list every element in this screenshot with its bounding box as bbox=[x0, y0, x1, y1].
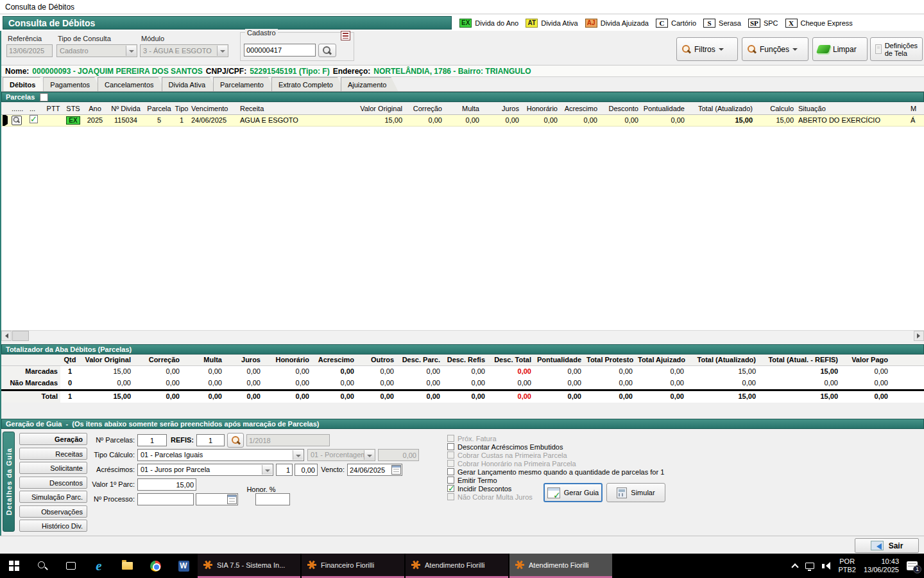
taskbar-app[interactable]: Financeiro Fiorilli bbox=[302, 554, 404, 578]
chevron-down-icon bbox=[126, 46, 136, 56]
totalizador-value: 0,00 bbox=[488, 391, 534, 403]
query-bar: Referência Tipo de Consulta Cadastro Mód… bbox=[1, 31, 924, 66]
parcelas-col-header[interactable]: Vencimento bbox=[190, 103, 239, 115]
guia-sidebar-observações[interactable]: Observações bbox=[19, 505, 87, 518]
cadastro-search-button[interactable] bbox=[318, 44, 336, 57]
parcelas-col-header[interactable]: Acrescimo bbox=[561, 103, 601, 115]
option-checkbox[interactable] bbox=[447, 485, 454, 492]
guia-sidebar-histórico-div-[interactable]: Histórico Div. bbox=[19, 520, 87, 532]
taskbar-search-button[interactable] bbox=[28, 554, 56, 578]
chrome-button[interactable] bbox=[141, 554, 169, 578]
row-select-checkbox[interactable] bbox=[30, 115, 38, 123]
filtros-button[interactable]: Filtros bbox=[676, 37, 738, 61]
refis-input[interactable] bbox=[196, 434, 225, 446]
tab-débitos[interactable]: Débitos bbox=[3, 77, 47, 91]
funcoes-button[interactable]: Funções bbox=[742, 37, 809, 61]
parcelas-select-all-checkbox[interactable] bbox=[40, 93, 48, 101]
calendar-icon[interactable] bbox=[227, 495, 237, 504]
detalhes-da-guia-tab[interactable]: Detalhes da Guia bbox=[3, 432, 15, 532]
parcelas-col-header[interactable]: ...... bbox=[10, 103, 28, 115]
guia-sidebar-geração[interactable]: Geração bbox=[19, 433, 87, 445]
parcelas-col-header[interactable]: Ano bbox=[83, 103, 107, 115]
legend-badge-x: X bbox=[785, 19, 798, 28]
scrollbar-thumb[interactable] bbox=[12, 331, 29, 341]
parcelas-col-header[interactable]: Tipo bbox=[173, 103, 190, 115]
parcelas-col-header[interactable]: Receita bbox=[239, 103, 335, 115]
parcelas-col-header[interactable]: ... bbox=[28, 103, 44, 115]
parcelas-col-header[interactable]: Nº Divida bbox=[107, 103, 145, 115]
option-checkbox[interactable] bbox=[447, 468, 454, 475]
simular-button[interactable]: Simular bbox=[606, 483, 665, 502]
num-parcelas-input[interactable] bbox=[137, 434, 167, 446]
sair-button[interactable]: Sair bbox=[855, 538, 919, 553]
parcelas-col-header[interactable]: Calculo bbox=[756, 103, 797, 115]
parcelas-col-header[interactable]: Honorário bbox=[522, 103, 561, 115]
tab-cancelamentos[interactable]: Cancelamentos bbox=[98, 77, 165, 91]
totalizador-value: 0,00 bbox=[133, 366, 182, 378]
cadastro-input[interactable] bbox=[244, 44, 316, 57]
tab-divida-ativa[interactable]: Divida Ativa bbox=[162, 77, 217, 91]
parcelas-col-header[interactable]: Parcela bbox=[145, 103, 173, 115]
parcelas-col-header[interactable] bbox=[1, 103, 10, 115]
tab-extrato-completo[interactable]: Extrato Completo bbox=[271, 77, 345, 91]
parcelas-col-header[interactable]: Juros bbox=[483, 103, 522, 115]
guia-sidebar-receitas[interactable]: Receitas bbox=[19, 448, 87, 460]
parcelas-col-header[interactable]: STS bbox=[63, 103, 83, 115]
parcelas-col-header[interactable]: Valor Original bbox=[335, 103, 406, 115]
valor-parc-input[interactable] bbox=[137, 478, 196, 491]
taskbar-app[interactable]: Atendimento Fiorilli bbox=[509, 554, 612, 578]
parcelas-col-header[interactable]: Total (Atualizado) bbox=[688, 103, 756, 115]
word-button[interactable]: W bbox=[169, 554, 198, 578]
parcelas-cell-juros: 0,00 bbox=[483, 115, 522, 127]
task-view-button[interactable] bbox=[56, 554, 85, 578]
tray-chevron-icon[interactable] bbox=[792, 563, 799, 570]
tipo-calculo-select[interactable]: 01 - Parcelas Iguais bbox=[137, 449, 304, 461]
guia-sidebar-descontos[interactable]: Descontos bbox=[19, 477, 87, 489]
totalizador-value: 15,00 bbox=[80, 366, 133, 378]
parcelas-col-header[interactable]: Desconto bbox=[601, 103, 642, 115]
honor-input[interactable] bbox=[255, 493, 290, 505]
refis-search-button[interactable] bbox=[227, 433, 244, 448]
notification-center-icon[interactable]: 1 bbox=[907, 561, 918, 570]
parcelas-col-header[interactable]: Multa bbox=[445, 103, 483, 115]
limpar-button[interactable]: Limpar bbox=[812, 37, 868, 61]
totalizador-col-header: Total (Atual. - REFIS) bbox=[758, 355, 841, 365]
gerar-guia-button[interactable]: Gerar Guia bbox=[543, 483, 603, 502]
legend-badge-c: C bbox=[656, 19, 668, 28]
speaker-icon[interactable] bbox=[822, 562, 830, 570]
scroll-left-button[interactable] bbox=[1, 331, 12, 341]
option-checkbox[interactable] bbox=[447, 477, 454, 484]
network-icon[interactable] bbox=[805, 563, 814, 569]
horizontal-scrollbar[interactable] bbox=[1, 330, 924, 341]
list-icon[interactable] bbox=[341, 31, 350, 40]
internet-explorer-button[interactable]: e bbox=[85, 554, 113, 578]
taskbar-app[interactable]: SIA 7.5 - Sistema In... bbox=[198, 554, 300, 578]
file-explorer-button[interactable] bbox=[113, 554, 141, 578]
processo-input[interactable] bbox=[137, 493, 194, 505]
start-button[interactable] bbox=[0, 554, 28, 578]
parcelas-col-header[interactable]: Situação bbox=[797, 103, 909, 115]
tab-parcelamento[interactable]: Parcelamento bbox=[213, 77, 275, 91]
guia-sidebar-solicitante[interactable]: Solicitante bbox=[19, 462, 87, 474]
task-view-icon bbox=[66, 562, 76, 570]
language-indicator[interactable]: PORPTB2 bbox=[838, 557, 856, 574]
parcelas-col-header[interactable]: M bbox=[909, 103, 918, 115]
tab-pagamentos[interactable]: Pagamentos bbox=[43, 77, 101, 91]
parcelas-data-row[interactable]: EX20251150345124/06/2025AGUA E ESGOTO15,… bbox=[1, 115, 924, 127]
scroll-right-button[interactable] bbox=[914, 331, 924, 341]
parcelas-col-header[interactable]: PTT bbox=[44, 103, 63, 115]
tab-ajuizamento[interactable]: Ajuizamento bbox=[341, 77, 398, 91]
calendar-icon[interactable] bbox=[391, 465, 401, 475]
parcelas-col-header[interactable]: Correção bbox=[406, 103, 445, 115]
totalizador-col-header: Total (Atualizado) bbox=[687, 355, 758, 365]
row-detail-button[interactable] bbox=[12, 116, 22, 125]
option-checkbox[interactable] bbox=[447, 443, 454, 450]
guia-sidebar-simulação-parc-[interactable]: Simulação Parc. bbox=[19, 491, 87, 503]
definicoes-tela-button[interactable]: Definiçõesde Tela bbox=[870, 37, 923, 61]
acrescimos-qtd-input[interactable] bbox=[276, 464, 293, 476]
parcelas-cell-valor_original: 15,00 bbox=[335, 115, 406, 127]
clock[interactable]: 10:4313/06/2025 bbox=[864, 557, 899, 574]
acrescimos-select[interactable]: 01 - Juros por Parcela bbox=[137, 464, 273, 476]
taskbar-app[interactable]: Atendimento Fiorilli bbox=[406, 554, 508, 578]
parcelas-col-header[interactable]: Pontualidade bbox=[642, 103, 688, 115]
